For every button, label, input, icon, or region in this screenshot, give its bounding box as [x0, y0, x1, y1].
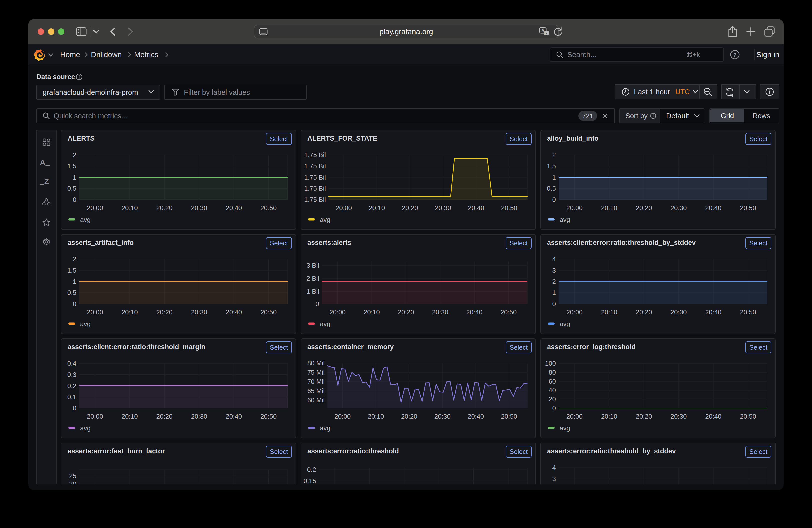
svg-text:1.5: 1.5 — [68, 162, 76, 170]
svg-text:20:40: 20:40 — [226, 308, 242, 316]
svg-text:20:20: 20:20 — [398, 308, 414, 316]
svg-text:20: 20 — [549, 396, 556, 403]
svg-text:0.3: 0.3 — [68, 371, 76, 379]
svg-text:20:30: 20:30 — [191, 413, 207, 420]
svg-text:20:50: 20:50 — [501, 308, 517, 316]
svg-text:20:30: 20:30 — [432, 308, 449, 316]
svg-text:70 Mil: 70 Mil — [307, 378, 325, 385]
svg-text:1.75 Bil: 1.75 Bil — [304, 174, 326, 181]
svg-text:1.75 Bil: 1.75 Bil — [304, 185, 326, 192]
svg-text:1.5: 1.5 — [547, 162, 556, 170]
svg-text:20:00: 20:00 — [334, 413, 351, 420]
svg-text:0.2: 0.2 — [68, 382, 76, 390]
svg-text:avg: avg — [560, 425, 570, 432]
svg-text:20:50: 20:50 — [261, 308, 277, 316]
svg-text:75 Mil: 75 Mil — [307, 369, 325, 376]
svg-text:20:10: 20:10 — [122, 308, 138, 316]
svg-text:20:10: 20:10 — [601, 204, 618, 212]
svg-text:3: 3 — [552, 267, 556, 274]
svg-text:20:40: 20:40 — [705, 413, 722, 420]
svg-text:4: 4 — [552, 255, 556, 263]
svg-text:0: 0 — [73, 196, 76, 204]
svg-text:20:30: 20:30 — [435, 204, 451, 212]
svg-text:0.15: 0.15 — [304, 477, 316, 484]
svg-text:2: 2 — [552, 151, 556, 159]
svg-text:0: 0 — [316, 300, 319, 308]
svg-text:20:50: 20:50 — [501, 413, 517, 420]
svg-text:20:20: 20:20 — [402, 204, 418, 212]
svg-text:2: 2 — [73, 255, 76, 263]
svg-text:20:50: 20:50 — [261, 204, 277, 212]
svg-text:1.75 Bil: 1.75 Bil — [304, 162, 326, 170]
svg-text:0.2: 0.2 — [307, 466, 316, 473]
svg-text:20:10: 20:10 — [364, 308, 380, 316]
svg-text:0: 0 — [552, 196, 556, 204]
svg-text:20:50: 20:50 — [261, 413, 277, 420]
svg-text:20:30: 20:30 — [191, 204, 207, 212]
svg-text:1.75 Bil: 1.75 Bil — [304, 151, 326, 159]
svg-text:20:00: 20:00 — [87, 413, 103, 420]
svg-text:20:10: 20:10 — [369, 204, 385, 212]
svg-text:20:10: 20:10 — [368, 413, 384, 420]
svg-text:0: 0 — [73, 300, 76, 308]
svg-text:20:00: 20:00 — [566, 204, 583, 212]
svg-text:20:20: 20:20 — [636, 204, 652, 212]
svg-text:1: 1 — [552, 289, 556, 296]
svg-text:1 Bil: 1 Bil — [306, 288, 319, 295]
svg-text:3: 3 — [552, 475, 556, 483]
svg-text:x: x — [546, 32, 548, 35]
svg-text:20:30: 20:30 — [670, 308, 687, 316]
svg-text:A: A — [541, 29, 545, 33]
svg-text:20:00: 20:00 — [87, 204, 103, 212]
svg-text:20:20: 20:20 — [157, 308, 173, 316]
svg-text:20:20: 20:20 — [157, 413, 173, 420]
svg-text:20:20: 20:20 — [157, 204, 173, 212]
svg-text:20:40: 20:40 — [705, 204, 722, 212]
svg-text:avg: avg — [80, 320, 91, 328]
svg-text:0.4: 0.4 — [68, 360, 76, 367]
svg-text:20:40: 20:40 — [468, 204, 484, 212]
svg-text:60: 60 — [549, 378, 556, 385]
svg-text:0.1: 0.1 — [68, 393, 76, 401]
svg-text:avg: avg — [80, 216, 91, 223]
svg-text:0: 0 — [552, 405, 556, 412]
svg-text:?: ? — [733, 52, 737, 58]
svg-text:avg: avg — [320, 216, 331, 223]
svg-text:20:50: 20:50 — [501, 204, 518, 212]
svg-text:avg: avg — [320, 425, 331, 432]
svg-text:20:40: 20:40 — [468, 413, 484, 420]
svg-text:20: 20 — [69, 480, 76, 484]
svg-text:20:40: 20:40 — [226, 413, 242, 420]
svg-text:1: 1 — [73, 174, 76, 181]
svg-text:20:20: 20:20 — [401, 413, 418, 420]
svg-text:80: 80 — [549, 369, 556, 376]
svg-text:avg: avg — [560, 320, 570, 328]
svg-text:1: 1 — [552, 174, 556, 181]
svg-text:60 Mil: 60 Mil — [307, 396, 325, 404]
svg-text:20:30: 20:30 — [435, 413, 451, 420]
svg-text:20:00: 20:00 — [566, 308, 583, 316]
svg-text:100: 100 — [545, 360, 556, 367]
svg-text:1: 1 — [73, 278, 76, 285]
svg-text:40: 40 — [549, 386, 556, 394]
svg-text:20:50: 20:50 — [740, 308, 756, 316]
svg-text:20:40: 20:40 — [226, 204, 242, 212]
svg-text:avg: avg — [80, 425, 91, 432]
svg-text:20:20: 20:20 — [636, 413, 652, 420]
svg-text:0.5: 0.5 — [547, 185, 556, 192]
svg-text:0: 0 — [73, 405, 76, 412]
svg-text:80 Mil: 80 Mil — [307, 360, 325, 367]
svg-text:1.5: 1.5 — [68, 267, 76, 274]
svg-text:20:00: 20:00 — [566, 413, 583, 420]
svg-text:20:00: 20:00 — [336, 204, 352, 212]
svg-text:20:40: 20:40 — [466, 308, 482, 316]
svg-text:20:30: 20:30 — [670, 204, 687, 212]
svg-text:20:50: 20:50 — [740, 204, 756, 212]
svg-text:2 Bil: 2 Bil — [306, 275, 319, 282]
svg-text:0.5: 0.5 — [68, 289, 76, 296]
svg-text:avg: avg — [320, 320, 331, 328]
svg-text:20:10: 20:10 — [601, 308, 618, 316]
svg-text:0.5: 0.5 — [68, 185, 76, 192]
svg-text:20:30: 20:30 — [670, 413, 687, 420]
svg-text:20:10: 20:10 — [122, 413, 138, 420]
